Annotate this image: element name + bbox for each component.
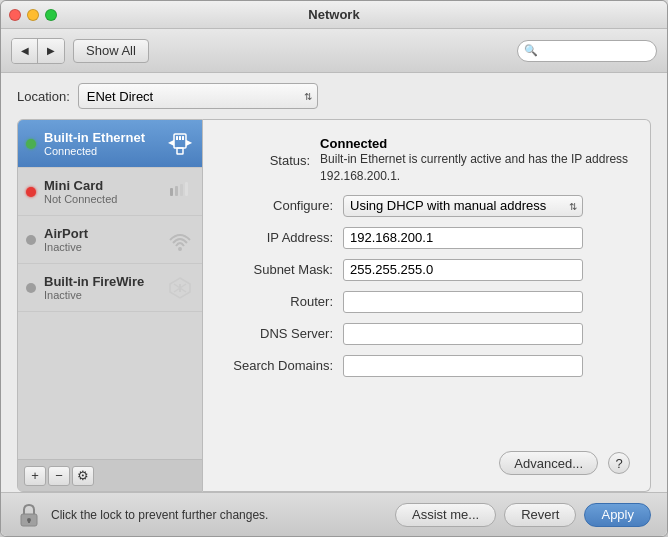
detail-panel: Status: Connected Built-in Ethernet is c… <box>203 119 651 492</box>
svg-rect-1 <box>176 136 178 140</box>
add-network-button[interactable]: + <box>24 466 46 486</box>
ip-label: IP Address: <box>223 230 343 245</box>
firewire-icon <box>166 274 194 302</box>
bottom-bar: Click the lock to prevent further change… <box>1 492 667 536</box>
ethernet-icon: ◀ ▶ <box>166 130 194 158</box>
remove-network-button[interactable]: − <box>48 466 70 486</box>
sidebar-toolbar: + − ⚙ <box>18 459 202 491</box>
svg-text:▶: ▶ <box>186 138 193 147</box>
window-title: Network <box>308 7 359 22</box>
svg-rect-7 <box>170 188 173 196</box>
sidebar-item-airport-name: AirPort <box>44 226 158 241</box>
sidebar-item-minicard-name: Mini Card <box>44 178 158 193</box>
status-dot-minicard <box>26 187 36 197</box>
status-row: Status: Connected Built-in Ethernet is c… <box>223 136 630 185</box>
advanced-button[interactable]: Advanced... <box>499 451 598 475</box>
sidebar-list: Built-in Ethernet Connected <box>18 120 202 459</box>
configure-select[interactable]: Using DHCP with manual address Manually … <box>343 195 583 217</box>
configure-select-wrap: Using DHCP with manual address Manually … <box>343 195 583 217</box>
sidebar-item-airport-status: Inactive <box>44 241 158 253</box>
svg-rect-2 <box>179 136 181 140</box>
svg-rect-8 <box>175 186 178 196</box>
search-domains-label: Search Domains: <box>223 358 343 373</box>
location-label: Location: <box>17 89 70 104</box>
sidebar-item-minicard-status: Not Connected <box>44 193 158 205</box>
svg-rect-9 <box>180 184 183 196</box>
forward-button[interactable]: ▶ <box>38 39 64 63</box>
status-dot-firewire <box>26 283 36 293</box>
sidebar-item-ethernet[interactable]: Built-in Ethernet Connected <box>18 120 202 168</box>
svg-rect-4 <box>177 148 183 154</box>
help-button[interactable]: ? <box>608 452 630 474</box>
sidebar-item-firewire-status: Inactive <box>44 289 158 301</box>
action-menu-button[interactable]: ⚙ <box>72 466 94 486</box>
sidebar-item-airport-text: AirPort Inactive <box>44 226 158 253</box>
sidebar: Built-in Ethernet Connected <box>17 119 203 492</box>
dns-label: DNS Server: <box>223 326 343 341</box>
detail-bottom: Advanced... ? <box>223 451 630 475</box>
sidebar-item-firewire-name: Built-in FireWire <box>44 274 158 289</box>
network-preferences-window: Network ◀ ▶ Show All 🔍 Location: ENet Di… <box>0 0 668 537</box>
status-dot-airport <box>26 235 36 245</box>
search-domains-row: Search Domains: <box>223 355 630 377</box>
close-button[interactable] <box>9 9 21 21</box>
svg-rect-3 <box>182 136 184 140</box>
ip-input[interactable] <box>343 227 583 249</box>
location-bar: Location: ENet Direct Automatic <box>17 83 651 109</box>
back-button[interactable]: ◀ <box>12 39 38 63</box>
sidebar-item-airport[interactable]: AirPort Inactive <box>18 216 202 264</box>
status-label: Status: <box>223 153 320 168</box>
svg-rect-18 <box>28 520 30 523</box>
wifi-icon <box>166 226 194 254</box>
traffic-lights <box>9 9 57 21</box>
svg-rect-10 <box>185 182 188 196</box>
status-dot-ethernet <box>26 139 36 149</box>
maximize-button[interactable] <box>45 9 57 21</box>
titlebar: Network <box>1 1 667 29</box>
subnet-row: Subnet Mask: <box>223 259 630 281</box>
sidebar-item-firewire-text: Built-in FireWire Inactive <box>44 274 158 301</box>
lock-button[interactable] <box>17 501 41 529</box>
main-content: Location: ENet Direct Automatic Built-in… <box>1 73 667 492</box>
show-all-button[interactable]: Show All <box>73 39 149 63</box>
apply-button[interactable]: Apply <box>584 503 651 527</box>
sidebar-item-minicard[interactable]: Mini Card Not Connected <box>18 168 202 216</box>
sidebar-item-ethernet-status: Connected <box>44 145 158 157</box>
search-box: 🔍 <box>517 40 657 62</box>
location-select[interactable]: ENet Direct Automatic <box>78 83 318 109</box>
status-value: Connected <box>320 136 387 151</box>
minimize-button[interactable] <box>27 9 39 21</box>
router-row: Router: <box>223 291 630 313</box>
toolbar: ◀ ▶ Show All 🔍 <box>1 29 667 73</box>
revert-button[interactable]: Revert <box>504 503 576 527</box>
subnet-input[interactable] <box>343 259 583 281</box>
sidebar-item-ethernet-text: Built-in Ethernet Connected <box>44 130 158 157</box>
ip-row: IP Address: <box>223 227 630 249</box>
status-description: Built-in Ethernet is currently active an… <box>320 152 628 183</box>
dns-row: DNS Server: <box>223 323 630 345</box>
search-domains-input[interactable] <box>343 355 583 377</box>
sidebar-item-ethernet-name: Built-in Ethernet <box>44 130 158 145</box>
lock-icon <box>19 502 39 528</box>
minicard-icon <box>166 178 194 206</box>
lock-text: Click the lock to prevent further change… <box>51 508 385 522</box>
configure-row: Configure: Using DHCP with manual addres… <box>223 195 630 217</box>
dns-input[interactable] <box>343 323 583 345</box>
detail-fields: Status: Connected Built-in Ethernet is c… <box>223 136 630 441</box>
location-select-wrap: ENet Direct Automatic <box>78 83 318 109</box>
sidebar-item-firewire[interactable]: Built-in FireWire Inactive <box>18 264 202 312</box>
bottom-buttons: Assist me... Revert Apply <box>395 503 651 527</box>
router-label: Router: <box>223 294 343 309</box>
subnet-label: Subnet Mask: <box>223 262 343 277</box>
router-input[interactable] <box>343 291 583 313</box>
nav-buttons: ◀ ▶ <box>11 38 65 64</box>
sidebar-item-minicard-text: Mini Card Not Connected <box>44 178 158 205</box>
search-input[interactable] <box>517 40 657 62</box>
body-panel: Built-in Ethernet Connected <box>17 119 651 492</box>
configure-label: Configure: <box>223 198 343 213</box>
svg-text:◀: ◀ <box>168 138 175 147</box>
svg-point-11 <box>178 247 182 251</box>
assist-me-button[interactable]: Assist me... <box>395 503 496 527</box>
